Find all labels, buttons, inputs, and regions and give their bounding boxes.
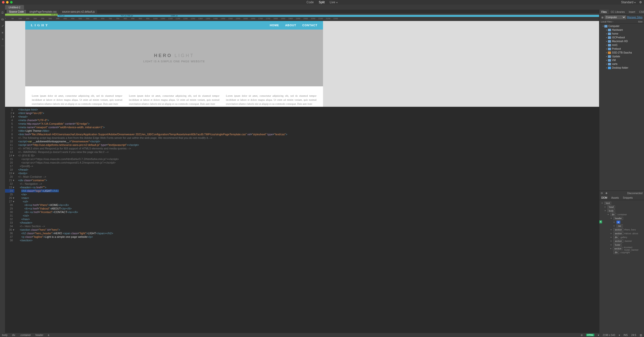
code-line[interactable]: <!-- Hero Section --> bbox=[18, 224, 287, 228]
code-line[interactable]: <script src="https://oss.maxcdn.com/resp… bbox=[18, 161, 287, 164]
preview-nav-contact[interactable]: CONTACT bbox=[302, 24, 317, 27]
dims-caret-icon[interactable]: ▾ bbox=[619, 334, 620, 336]
code-line[interactable]: <!--The following script tag downloads a… bbox=[18, 136, 287, 140]
code-line[interactable]: <p class="tagline">Light is a simple one… bbox=[18, 235, 287, 239]
code-line[interactable]: <meta name="viewport" content="width=dev… bbox=[18, 125, 287, 129]
gutter-line[interactable]: 16 bbox=[5, 161, 14, 164]
gutter-line[interactable]: 34 bbox=[5, 224, 14, 228]
gutter-line[interactable]: 14 ▾ bbox=[5, 154, 14, 157]
code-line[interactable]: <script src="https://oss.maxcdn.com/html… bbox=[18, 157, 287, 161]
live-preview[interactable]: LIGHT HOME ABOUT CONTACT HERO LIGHT LIGH… bbox=[5, 21, 599, 107]
dom-tag[interactable]: body bbox=[607, 209, 615, 212]
code-line[interactable]: <ul> bbox=[18, 200, 287, 203]
gutter-line[interactable]: 8 bbox=[5, 133, 14, 136]
dom-tag[interactable]: footer bbox=[613, 243, 622, 246]
file-tree-row[interactable]: Desktop folder bbox=[600, 66, 643, 70]
gutter-line[interactable]: 15 bbox=[5, 157, 14, 161]
gutter-line[interactable]: 26 ▾ bbox=[5, 196, 14, 200]
insert-element-button[interactable]: + bbox=[599, 220, 602, 223]
file-tree-row[interactable]: home bbox=[600, 32, 643, 36]
dom-tree-row[interactable]: section.banner bbox=[600, 239, 643, 243]
col-size[interactable]: Size bbox=[638, 20, 642, 23]
dom-tree-row[interactable]: section#about .about bbox=[600, 231, 643, 235]
code-line[interactable]: <div class="container"> bbox=[18, 178, 287, 182]
gutter-line[interactable]: 5 bbox=[5, 122, 14, 125]
gutter-line[interactable]: 28 bbox=[5, 203, 14, 207]
code-line[interactable]: <h2 class="hero_header">HERO <span class… bbox=[18, 231, 287, 235]
gutter-line[interactable]: 24 bbox=[5, 189, 14, 193]
gutter-line[interactable]: 22 bbox=[5, 182, 14, 186]
dom-tag[interactable]: header bbox=[613, 217, 623, 220]
gutter-line[interactable]: 23 ▾ bbox=[5, 186, 14, 189]
code-line[interactable]: </section> bbox=[18, 239, 287, 242]
dom-tree-row[interactable]: nav bbox=[600, 224, 643, 228]
code-line[interactable]: <![endif]--> bbox=[18, 164, 287, 168]
file-tree-row[interactable]: mnt1 bbox=[600, 43, 643, 47]
crumb-a[interactable]: a bbox=[48, 334, 49, 336]
gutter-line[interactable]: 19 ▾ bbox=[5, 171, 14, 175]
code-line[interactable]: </nav> bbox=[18, 217, 287, 221]
file-icon[interactable]: 🗋 bbox=[1, 11, 4, 14]
code-line[interactable]: <!-- Main Container --> bbox=[18, 175, 287, 178]
minimize-window-button[interactable] bbox=[6, 1, 9, 4]
sync-settings-icon[interactable] bbox=[639, 1, 642, 4]
code-line[interactable]: </a> bbox=[18, 193, 287, 196]
dom-tree[interactable]: htmlheadbodydiv.containerheader+anavsect… bbox=[599, 200, 644, 255]
media-query-segment-tablet[interactable]: 321 px 707 px 768 px 1096 px bbox=[58, 15, 599, 17]
gutter-line[interactable]: 13 bbox=[5, 150, 14, 154]
document-tab[interactable]: Untitled-1 bbox=[5, 5, 24, 10]
crumb-container[interactable]: .container bbox=[20, 334, 31, 336]
file-tree-row[interactable]: SSD-2TB-Sascha bbox=[600, 51, 643, 55]
code-line[interactable]: <header> <a href=""> bbox=[18, 186, 287, 189]
code-line[interactable]: <meta charset="UTF-8"> bbox=[18, 118, 287, 122]
crumb-div[interactable]: div bbox=[12, 334, 15, 336]
file-tree-row[interactable]: Hardware bbox=[600, 28, 643, 32]
dom-panel-tab[interactable]: DOM bbox=[599, 196, 609, 200]
preview-nav-about[interactable]: ABOUT bbox=[285, 24, 296, 27]
gutter-line[interactable]: 20 bbox=[5, 175, 14, 178]
gutter-line[interactable]: 1 bbox=[5, 108, 14, 111]
code-line[interactable]: <link href="file:///Macintosh HD/Users/s… bbox=[18, 133, 287, 136]
gutter-line[interactable]: 35 ▾ bbox=[5, 228, 14, 231]
gutter-line[interactable]: 3 ▾ bbox=[5, 115, 14, 118]
dom-tag[interactable]: a bbox=[616, 221, 620, 224]
code-line[interactable]: <!-- HTML5 shim and Respond.js for IE8 s… bbox=[18, 147, 287, 150]
dom-tree-row[interactable]: html bbox=[600, 201, 643, 205]
code-line[interactable]: <li><a href="#hero">HOME</a></li> bbox=[18, 203, 287, 207]
gutter-line[interactable]: 30 bbox=[5, 210, 14, 214]
gutter-line[interactable]: 12 bbox=[5, 147, 14, 150]
media-query-bar[interactable]: 320 px 321 px 707 px 768 px 1096 px bbox=[5, 14, 599, 17]
dom-tree-row[interactable]: head bbox=[600, 205, 643, 209]
code-line[interactable]: </ul> bbox=[18, 214, 287, 217]
dom-tag[interactable]: div bbox=[610, 213, 616, 216]
lang-badge[interactable]: HTML bbox=[586, 334, 595, 336]
code-editor[interactable]: 1 2 ▾3 ▾4 5 6 7 8 9 10 11 12 13 14 ▾15 1… bbox=[5, 107, 599, 333]
code-line[interactable]: <section class="hero" id="hero"> bbox=[18, 228, 287, 231]
gutter-line[interactable]: 29 bbox=[5, 207, 14, 210]
gutter-line[interactable]: 9 bbox=[5, 136, 14, 140]
lang-caret-icon[interactable]: ▾ bbox=[598, 334, 599, 336]
gutter-line[interactable]: 11 bbox=[5, 143, 14, 147]
code-line[interactable]: <head> bbox=[18, 115, 287, 118]
code-line[interactable]: <body> bbox=[18, 171, 287, 175]
code-line[interactable]: </head> bbox=[18, 168, 287, 171]
view-code[interactable]: Code bbox=[306, 1, 314, 4]
gutter-line[interactable]: 33 bbox=[5, 221, 14, 224]
code-line[interactable]: <!doctype html> bbox=[18, 108, 287, 111]
panel-tab[interactable]: Insert bbox=[627, 10, 637, 14]
gutter-line[interactable]: 7 bbox=[5, 129, 14, 133]
collapse-icon[interactable] bbox=[605, 192, 607, 195]
code-line[interactable]: <script>var __adobewebfontsappname__="dr… bbox=[18, 140, 287, 143]
crumb-body[interactable]: body bbox=[2, 334, 8, 336]
code-line[interactable]: <li> <a href="#contact">CONTACT</a></li> bbox=[18, 210, 287, 214]
gutter-line[interactable]: 6 bbox=[5, 125, 14, 129]
file-tab[interactable]: Source Code bbox=[7, 10, 26, 14]
dom-tag[interactable]: section bbox=[613, 247, 623, 250]
code-line[interactable]: <!-- WARNING: Respond.js doesn't work if… bbox=[18, 150, 287, 154]
gutter-line[interactable]: 2 ▾ bbox=[5, 111, 14, 115]
file-tree-row[interactable]: VM bbox=[600, 58, 643, 62]
dom-tag[interactable]: section bbox=[613, 232, 623, 235]
file-tree-row[interactable]: Preboot bbox=[600, 47, 643, 51]
dom-tag[interactable]: head bbox=[607, 205, 615, 209]
dom-tree-row[interactable]: div.container bbox=[600, 213, 643, 216]
